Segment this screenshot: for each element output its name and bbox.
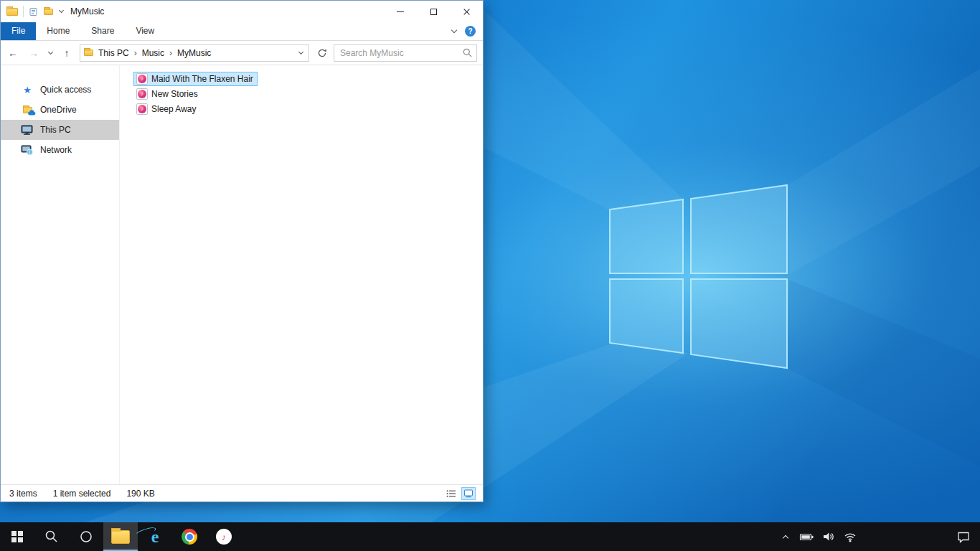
file-list: ♪ Maid With The Flaxen Hair ♪ New Storie… bbox=[120, 65, 483, 484]
qat-customize-chevron-icon[interactable] bbox=[59, 8, 64, 13]
sidebar-item-quick-access[interactable]: ★ Quick access bbox=[1, 80, 119, 100]
status-selection: 1 item selected bbox=[53, 489, 111, 499]
file-row[interactable]: ♪ Sleep Away bbox=[133, 101, 483, 116]
taskbar-spacer bbox=[859, 522, 947, 551]
file-name: Sleep Away bbox=[151, 104, 197, 114]
large-icons-view-button[interactable] bbox=[461, 487, 476, 500]
refresh-button[interactable] bbox=[313, 44, 331, 62]
ribbon-tab-bar: File Home Share View ? bbox=[1, 22, 483, 41]
battery-icon bbox=[799, 531, 815, 542]
file-explorer-icon bbox=[111, 530, 130, 544]
taskbar-file-explorer-button[interactable] bbox=[103, 522, 138, 551]
file-chip[interactable]: ♪ New Stories bbox=[133, 87, 202, 101]
minimize-icon bbox=[397, 11, 404, 12]
file-name: Maid With The Flaxen Hair bbox=[151, 74, 253, 84]
file-explorer-window: MyMusic File Home Share View ? ← → ↑ Thi… bbox=[0, 0, 484, 502]
breadcrumb-music[interactable]: Music bbox=[141, 48, 166, 58]
file-name: New Stories bbox=[151, 89, 198, 99]
maximize-icon bbox=[430, 9, 437, 15]
search-icon[interactable] bbox=[463, 48, 472, 57]
status-size: 190 KB bbox=[126, 489, 154, 499]
computer-icon bbox=[21, 125, 34, 136]
navigation-bar: ← → ↑ This PC › Music › MyMusic bbox=[1, 41, 483, 65]
sidebar-item-network[interactable]: Network bbox=[1, 140, 119, 160]
address-dropdown-chevron-icon[interactable] bbox=[298, 49, 303, 54]
music-file-icon: ♪ bbox=[136, 88, 148, 100]
back-button[interactable]: ← bbox=[4, 44, 22, 62]
cortana-icon bbox=[79, 529, 93, 544]
tab-home[interactable]: Home bbox=[36, 22, 80, 40]
forward-button[interactable]: → bbox=[24, 44, 43, 62]
tab-view[interactable]: View bbox=[125, 22, 165, 40]
maximize-button[interactable] bbox=[417, 1, 450, 22]
sidebar-item-label: OneDrive bbox=[40, 105, 77, 115]
taskbar-internet-explorer-button[interactable]: e bbox=[138, 522, 172, 551]
recent-locations-button[interactable] bbox=[45, 44, 55, 62]
caption-buttons bbox=[384, 1, 483, 22]
breadcrumb-separator-icon: › bbox=[169, 48, 172, 58]
minimize-button[interactable] bbox=[384, 1, 417, 22]
address-bar[interactable]: This PC › Music › MyMusic bbox=[80, 44, 309, 62]
refresh-icon bbox=[317, 48, 327, 58]
qat-new-folder-icon[interactable] bbox=[44, 9, 53, 15]
status-bar: 3 items 1 item selected 190 KB bbox=[1, 484, 483, 501]
breadcrumb-separator-icon: › bbox=[134, 48, 137, 58]
file-chip[interactable]: ♪ Sleep Away bbox=[133, 102, 201, 116]
chrome-icon bbox=[182, 529, 197, 545]
qat-properties-icon[interactable] bbox=[29, 7, 38, 17]
close-button[interactable] bbox=[450, 1, 483, 22]
chevron-up-icon bbox=[783, 535, 788, 541]
star-icon: ★ bbox=[21, 85, 34, 95]
taskbar-chrome-button[interactable] bbox=[172, 522, 207, 551]
network-icon bbox=[21, 145, 34, 156]
tab-share[interactable]: Share bbox=[80, 22, 125, 40]
expand-ribbon-chevron-icon[interactable] bbox=[451, 27, 457, 33]
music-file-icon: ♪ bbox=[136, 73, 148, 85]
window-folder-icon bbox=[6, 8, 18, 16]
volume-icon bbox=[822, 531, 835, 542]
taskbar-itunes-button[interactable]: ♪ bbox=[207, 522, 241, 551]
search-input[interactable] bbox=[339, 47, 463, 59]
music-file-icon: ♪ bbox=[136, 103, 148, 115]
taskbar-search-button[interactable] bbox=[34, 522, 69, 551]
sidebar-item-label: Quick access bbox=[40, 85, 91, 95]
windows-start-icon bbox=[11, 531, 23, 542]
titlebar: MyMusic bbox=[1, 1, 483, 22]
address-folder-icon bbox=[84, 50, 93, 56]
help-icon[interactable]: ? bbox=[465, 26, 476, 37]
search-box bbox=[334, 44, 477, 62]
action-center-icon bbox=[956, 530, 971, 543]
search-icon bbox=[44, 529, 59, 544]
navigation-pane: ★ Quick access OneDrive bbox=[1, 65, 120, 484]
details-view-button[interactable] bbox=[444, 487, 458, 500]
large-icons-view-icon bbox=[463, 489, 473, 498]
sidebar-item-label: Network bbox=[40, 145, 72, 155]
wifi-icon bbox=[844, 532, 857, 542]
recent-locations-chevron-icon bbox=[47, 49, 52, 54]
details-view-icon bbox=[446, 489, 456, 498]
breadcrumb-this-pc[interactable]: This PC bbox=[97, 48, 131, 58]
status-items-count: 3 items bbox=[9, 489, 37, 499]
close-icon bbox=[463, 8, 471, 16]
action-center-button[interactable] bbox=[947, 522, 980, 551]
sidebar-item-this-pc[interactable]: This PC bbox=[1, 120, 119, 140]
window-body: ★ Quick access OneDrive bbox=[1, 65, 483, 484]
tab-file[interactable]: File bbox=[1, 22, 36, 40]
start-button[interactable] bbox=[0, 522, 34, 551]
file-row[interactable]: ♪ Maid With The Flaxen Hair bbox=[133, 71, 483, 86]
system-tray bbox=[776, 522, 859, 551]
file-row[interactable]: ♪ New Stories bbox=[133, 86, 483, 101]
breadcrumb-mymusic[interactable]: MyMusic bbox=[176, 48, 212, 58]
up-button[interactable]: ↑ bbox=[57, 44, 76, 62]
sidebar-item-onedrive[interactable]: OneDrive bbox=[1, 100, 119, 120]
taskbar: e ♪ bbox=[0, 522, 980, 551]
tray-battery-button[interactable] bbox=[798, 522, 816, 551]
titlebar-separator bbox=[23, 6, 24, 17]
file-chip[interactable]: ♪ Maid With The Flaxen Hair bbox=[133, 72, 258, 86]
tray-show-hidden-icons-button[interactable] bbox=[776, 522, 795, 551]
tray-volume-button[interactable] bbox=[819, 522, 838, 551]
tray-network-button[interactable] bbox=[841, 522, 859, 551]
onedrive-folder-icon bbox=[21, 107, 34, 113]
cortana-button[interactable] bbox=[69, 522, 103, 551]
sidebar-item-label: This PC bbox=[40, 125, 71, 135]
